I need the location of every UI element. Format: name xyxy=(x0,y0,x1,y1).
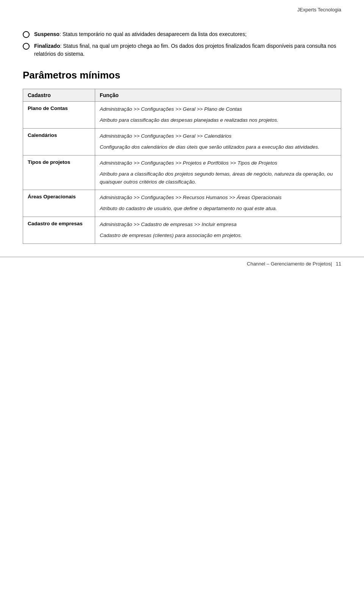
funcao-tipos-projetos: Administração >> Configurações >> Projet… xyxy=(95,155,341,190)
desc-calendarios: Configuração dos calendários de dias úte… xyxy=(100,143,336,151)
footer-page: 11 xyxy=(336,261,341,267)
intro-desc-suspenso: : Status temporário no qual as atividade… xyxy=(60,31,246,37)
bullet-icon xyxy=(23,31,30,38)
path-calendarios: Administração >> Configurações >> Geral … xyxy=(100,132,336,140)
brand-label: JExperts Tecnologia xyxy=(297,7,341,13)
intro-section: Suspenso: Status temporário no qual as a… xyxy=(23,30,341,58)
path-tipos-projetos: Administração >> Configurações >> Projet… xyxy=(100,159,336,167)
intro-label-suspenso: Suspenso xyxy=(34,31,60,37)
funcao-areas-operacionais: Administração >> Configurações >> Recurs… xyxy=(95,190,341,217)
path-empresas: Administração >> Cadastro de empresas >>… xyxy=(100,221,336,229)
desc-tipos-projetos: Atributo para a classificação dos projet… xyxy=(100,170,336,186)
cadastro-calendarios: Calendários xyxy=(23,128,95,155)
table-header-funcao: Função xyxy=(95,89,341,102)
path-plano-contas: Administração >> Configurações >> Geral … xyxy=(100,105,336,113)
desc-areas-operacionais: Atributo do cadastro de usuário, que def… xyxy=(100,205,336,213)
cadastro-empresas: Cadastro de empresas xyxy=(23,217,95,244)
funcao-empresas: Administração >> Cadastro de empresas >>… xyxy=(95,217,341,244)
intro-text-finalizado: Finalizado: Status final, na qual um pro… xyxy=(34,42,341,58)
funcao-calendarios: Administração >> Configurações >> Geral … xyxy=(95,128,341,155)
bullet-icon-2 xyxy=(23,43,30,50)
intro-desc-finalizado: : Status final, na qual um projeto chega… xyxy=(34,43,336,57)
table-row: Cadastro de empresas Administração >> Ca… xyxy=(23,217,341,244)
intro-item-suspenso: Suspenso: Status temporário no qual as a… xyxy=(23,30,341,38)
intro-item-finalizado: Finalizado: Status final, na qual um pro… xyxy=(23,42,341,58)
page-container: JExperts Tecnologia Suspenso: Status tem… xyxy=(0,0,364,274)
desc-plano-contas: Atributo para classificação das despesas… xyxy=(100,116,336,124)
path-areas-operacionais: Administração >> Configurações >> Recurs… xyxy=(100,194,336,202)
table-row: Tipos de projetos Administração >> Confi… xyxy=(23,155,341,190)
params-table: Cadastro Função Plano de Contas Administ… xyxy=(23,89,341,244)
table-row: Calendários Administração >> Configuraçõ… xyxy=(23,128,341,155)
footer: Channel – Gerenciamento de Projetos| 11 xyxy=(0,257,364,267)
intro-label-finalizado: Finalizado xyxy=(34,43,60,49)
table-header-row: Cadastro Função xyxy=(23,89,341,102)
cadastro-tipos-projetos: Tipos de projetos xyxy=(23,155,95,190)
cadastro-plano-contas: Plano de Contas xyxy=(23,102,95,129)
desc-empresas: Cadastro de empresas (clientes) para ass… xyxy=(100,232,336,240)
table-row: Áreas Operacionais Administração >> Conf… xyxy=(23,190,341,217)
footer-text: Channel – Gerenciamento de Projetos| xyxy=(247,261,332,267)
section-title: Parâmetros mínimos xyxy=(23,69,341,81)
cadastro-areas-operacionais: Áreas Operacionais xyxy=(23,190,95,217)
intro-text-suspenso: Suspenso: Status temporário no qual as a… xyxy=(34,30,246,38)
table-row: Plano de Contas Administração >> Configu… xyxy=(23,102,341,129)
table-header-cadastro: Cadastro xyxy=(23,89,95,102)
funcao-plano-contas: Administração >> Configurações >> Geral … xyxy=(95,102,341,129)
